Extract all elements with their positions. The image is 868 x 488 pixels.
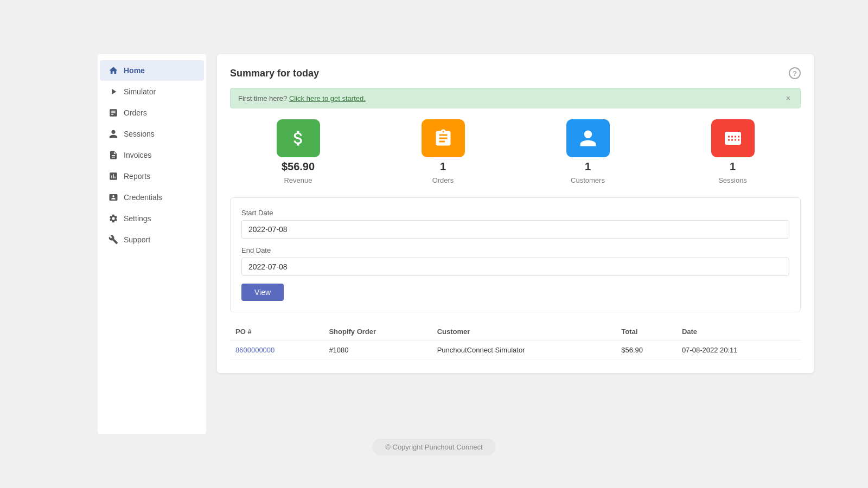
table-row: 8600000000 #1080 PunchoutConnect Simulat… [230, 341, 801, 360]
sidebar-label-settings: Settings [124, 214, 151, 223]
col-customer: Customer [432, 323, 616, 341]
end-date-input[interactable] [241, 258, 789, 276]
credentials-icon [108, 192, 118, 202]
start-date-label: Start Date [241, 209, 789, 217]
sessions-icon [108, 129, 118, 139]
revenue-icon-box [277, 119, 320, 157]
revenue-value: $56.90 [282, 160, 315, 173]
cell-customer: PunchoutConnect Simulator [432, 341, 616, 360]
stat-card-customers: 1 Customers [520, 119, 656, 184]
alert-text: First time here? Click here to get start… [238, 94, 366, 102]
orders-value: 1 [440, 160, 446, 173]
sidebar-label-orders: Orders [124, 108, 147, 117]
col-po: PO # [230, 323, 323, 341]
settings-icon [108, 214, 118, 223]
app-container: Home Simulator Orders Sessions Invoices [0, 0, 868, 488]
sidebar-item-sessions[interactable]: Sessions [100, 124, 204, 144]
col-shopify-order: Shopify Order [323, 323, 431, 341]
customers-icon-box [566, 119, 610, 157]
customers-value: 1 [585, 160, 591, 173]
start-date-group: Start Date [241, 209, 789, 239]
filter-section: Start Date End Date View [230, 197, 801, 312]
table-body: 8600000000 #1080 PunchoutConnect Simulat… [230, 341, 801, 360]
stat-card-revenue: $56.90 Revenue [230, 119, 366, 184]
customers-label: Customers [571, 176, 605, 184]
cell-date: 07-08-2022 20:11 [676, 341, 801, 360]
invoices-icon [108, 150, 118, 160]
home-icon [108, 66, 118, 75]
sidebar: Home Simulator Orders Sessions Invoices [98, 54, 206, 434]
footer: © Copyright Punchout Connect [372, 439, 495, 455]
sidebar-label-invoices: Invoices [124, 151, 151, 159]
alert-banner: First time here? Click here to get start… [230, 88, 801, 108]
orders-label: Orders [432, 176, 454, 184]
view-button[interactable]: View [241, 284, 284, 301]
col-date: Date [676, 323, 801, 341]
sidebar-item-reports[interactable]: Reports [100, 166, 204, 187]
orders-table: PO # Shopify Order Customer Total Date 8… [230, 323, 801, 360]
table-header: PO # Shopify Order Customer Total Date [230, 323, 801, 341]
alert-link[interactable]: Click here to get started. [289, 94, 366, 102]
play-icon [108, 87, 118, 97]
footer-text: © Copyright Punchout Connect [385, 443, 482, 451]
panel-header: Summary for today ? [230, 67, 801, 79]
stat-card-sessions: 1 Sessions [665, 119, 801, 184]
start-date-input[interactable] [241, 220, 789, 239]
cell-total: $56.90 [616, 341, 676, 360]
sidebar-label-simulator: Simulator [124, 87, 156, 96]
sidebar-item-support[interactable]: Support [100, 229, 204, 250]
sidebar-label-sessions: Sessions [124, 130, 155, 138]
stats-row: $56.90 Revenue 1 Orders 1 Customers [230, 119, 801, 184]
cell-po: 8600000000 [230, 341, 323, 360]
po-link[interactable]: 8600000000 [235, 346, 275, 354]
sessions-icon-box [711, 119, 755, 157]
end-date-label: End Date [241, 246, 789, 254]
summary-panel: Summary for today ? First time here? Cli… [217, 54, 814, 373]
sidebar-item-simulator[interactable]: Simulator [100, 81, 204, 102]
sessions-value: 1 [730, 160, 736, 173]
orders-icon-box [422, 119, 465, 157]
stat-card-orders: 1 Orders [375, 119, 511, 184]
panel-title: Summary for today [230, 68, 319, 79]
help-icon[interactable]: ? [789, 67, 801, 79]
revenue-label: Revenue [284, 176, 312, 184]
sidebar-item-home[interactable]: Home [100, 60, 204, 81]
sessions-label: Sessions [718, 176, 747, 184]
end-date-group: End Date [241, 246, 789, 276]
support-icon [108, 235, 118, 245]
orders-icon [108, 108, 118, 118]
sidebar-item-invoices[interactable]: Invoices [100, 145, 204, 165]
sidebar-item-orders[interactable]: Orders [100, 102, 204, 123]
sidebar-label-reports: Reports [124, 172, 150, 181]
sidebar-item-credentials[interactable]: Credentials [100, 187, 204, 208]
col-total: Total [616, 323, 676, 341]
main-content: Summary for today ? First time here? Cli… [217, 54, 814, 434]
reports-icon [108, 171, 118, 181]
alert-close-button[interactable]: × [784, 94, 793, 102]
sidebar-label-home: Home [124, 66, 145, 75]
sidebar-item-settings[interactable]: Settings [100, 208, 204, 229]
cell-shopify-order: #1080 [323, 341, 431, 360]
sidebar-label-credentials: Credentials [124, 193, 162, 202]
sidebar-label-support: Support [124, 235, 150, 244]
